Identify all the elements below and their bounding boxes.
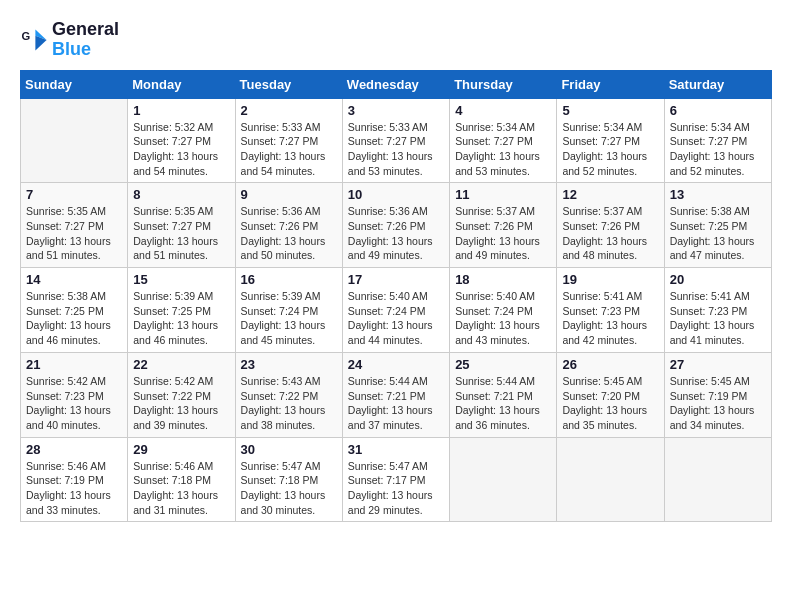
day-cell: 2Sunrise: 5:33 AMSunset: 7:27 PMDaylight… xyxy=(235,98,342,183)
day-info: Sunrise: 5:42 AMSunset: 7:23 PMDaylight:… xyxy=(26,374,122,433)
day-info: Sunrise: 5:35 AMSunset: 7:27 PMDaylight:… xyxy=(133,204,229,263)
day-cell xyxy=(664,437,771,522)
day-info: Sunrise: 5:40 AMSunset: 7:24 PMDaylight:… xyxy=(455,289,551,348)
day-number: 26 xyxy=(562,357,658,372)
day-cell: 18Sunrise: 5:40 AMSunset: 7:24 PMDayligh… xyxy=(450,268,557,353)
day-cell: 27Sunrise: 5:45 AMSunset: 7:19 PMDayligh… xyxy=(664,352,771,437)
day-number: 27 xyxy=(670,357,766,372)
week-row-3: 14Sunrise: 5:38 AMSunset: 7:25 PMDayligh… xyxy=(21,268,772,353)
day-info: Sunrise: 5:43 AMSunset: 7:22 PMDaylight:… xyxy=(241,374,337,433)
day-cell: 29Sunrise: 5:46 AMSunset: 7:18 PMDayligh… xyxy=(128,437,235,522)
day-info: Sunrise: 5:36 AMSunset: 7:26 PMDaylight:… xyxy=(241,204,337,263)
header-cell-friday: Friday xyxy=(557,70,664,98)
day-cell: 12Sunrise: 5:37 AMSunset: 7:26 PMDayligh… xyxy=(557,183,664,268)
page-header: G General Blue xyxy=(20,20,772,60)
day-cell: 21Sunrise: 5:42 AMSunset: 7:23 PMDayligh… xyxy=(21,352,128,437)
day-number: 2 xyxy=(241,103,337,118)
day-number: 1 xyxy=(133,103,229,118)
day-cell: 1Sunrise: 5:32 AMSunset: 7:27 PMDaylight… xyxy=(128,98,235,183)
day-info: Sunrise: 5:44 AMSunset: 7:21 PMDaylight:… xyxy=(455,374,551,433)
day-number: 10 xyxy=(348,187,444,202)
day-number: 11 xyxy=(455,187,551,202)
day-number: 28 xyxy=(26,442,122,457)
day-cell: 31Sunrise: 5:47 AMSunset: 7:17 PMDayligh… xyxy=(342,437,449,522)
logo-text: General Blue xyxy=(52,20,119,60)
day-cell xyxy=(21,98,128,183)
day-info: Sunrise: 5:45 AMSunset: 7:19 PMDaylight:… xyxy=(670,374,766,433)
day-number: 17 xyxy=(348,272,444,287)
day-number: 23 xyxy=(241,357,337,372)
day-number: 7 xyxy=(26,187,122,202)
day-cell: 3Sunrise: 5:33 AMSunset: 7:27 PMDaylight… xyxy=(342,98,449,183)
day-number: 30 xyxy=(241,442,337,457)
day-info: Sunrise: 5:42 AMSunset: 7:22 PMDaylight:… xyxy=(133,374,229,433)
day-info: Sunrise: 5:34 AMSunset: 7:27 PMDaylight:… xyxy=(455,120,551,179)
day-info: Sunrise: 5:35 AMSunset: 7:27 PMDaylight:… xyxy=(26,204,122,263)
day-cell: 22Sunrise: 5:42 AMSunset: 7:22 PMDayligh… xyxy=(128,352,235,437)
day-info: Sunrise: 5:40 AMSunset: 7:24 PMDaylight:… xyxy=(348,289,444,348)
day-cell: 19Sunrise: 5:41 AMSunset: 7:23 PMDayligh… xyxy=(557,268,664,353)
day-info: Sunrise: 5:39 AMSunset: 7:24 PMDaylight:… xyxy=(241,289,337,348)
day-cell xyxy=(450,437,557,522)
day-cell xyxy=(557,437,664,522)
day-cell: 20Sunrise: 5:41 AMSunset: 7:23 PMDayligh… xyxy=(664,268,771,353)
day-info: Sunrise: 5:34 AMSunset: 7:27 PMDaylight:… xyxy=(670,120,766,179)
day-cell: 4Sunrise: 5:34 AMSunset: 7:27 PMDaylight… xyxy=(450,98,557,183)
day-cell: 11Sunrise: 5:37 AMSunset: 7:26 PMDayligh… xyxy=(450,183,557,268)
day-info: Sunrise: 5:32 AMSunset: 7:27 PMDaylight:… xyxy=(133,120,229,179)
day-cell: 10Sunrise: 5:36 AMSunset: 7:26 PMDayligh… xyxy=(342,183,449,268)
header-row: SundayMondayTuesdayWednesdayThursdayFrid… xyxy=(21,70,772,98)
day-cell: 8Sunrise: 5:35 AMSunset: 7:27 PMDaylight… xyxy=(128,183,235,268)
week-row-2: 7Sunrise: 5:35 AMSunset: 7:27 PMDaylight… xyxy=(21,183,772,268)
day-number: 3 xyxy=(348,103,444,118)
header-cell-sunday: Sunday xyxy=(21,70,128,98)
day-info: Sunrise: 5:46 AMSunset: 7:19 PMDaylight:… xyxy=(26,459,122,518)
day-info: Sunrise: 5:47 AMSunset: 7:17 PMDaylight:… xyxy=(348,459,444,518)
day-number: 5 xyxy=(562,103,658,118)
day-info: Sunrise: 5:33 AMSunset: 7:27 PMDaylight:… xyxy=(241,120,337,179)
week-row-5: 28Sunrise: 5:46 AMSunset: 7:19 PMDayligh… xyxy=(21,437,772,522)
day-number: 21 xyxy=(26,357,122,372)
header-cell-thursday: Thursday xyxy=(450,70,557,98)
day-cell: 17Sunrise: 5:40 AMSunset: 7:24 PMDayligh… xyxy=(342,268,449,353)
logo-icon: G xyxy=(20,26,48,54)
day-info: Sunrise: 5:37 AMSunset: 7:26 PMDaylight:… xyxy=(562,204,658,263)
day-cell: 6Sunrise: 5:34 AMSunset: 7:27 PMDaylight… xyxy=(664,98,771,183)
day-number: 4 xyxy=(455,103,551,118)
day-info: Sunrise: 5:41 AMSunset: 7:23 PMDaylight:… xyxy=(670,289,766,348)
day-info: Sunrise: 5:38 AMSunset: 7:25 PMDaylight:… xyxy=(670,204,766,263)
day-cell: 9Sunrise: 5:36 AMSunset: 7:26 PMDaylight… xyxy=(235,183,342,268)
svg-marker-2 xyxy=(35,36,46,51)
day-number: 6 xyxy=(670,103,766,118)
day-info: Sunrise: 5:38 AMSunset: 7:25 PMDaylight:… xyxy=(26,289,122,348)
day-cell: 15Sunrise: 5:39 AMSunset: 7:25 PMDayligh… xyxy=(128,268,235,353)
day-cell: 28Sunrise: 5:46 AMSunset: 7:19 PMDayligh… xyxy=(21,437,128,522)
day-cell: 30Sunrise: 5:47 AMSunset: 7:18 PMDayligh… xyxy=(235,437,342,522)
day-cell: 16Sunrise: 5:39 AMSunset: 7:24 PMDayligh… xyxy=(235,268,342,353)
day-info: Sunrise: 5:41 AMSunset: 7:23 PMDaylight:… xyxy=(562,289,658,348)
header-cell-tuesday: Tuesday xyxy=(235,70,342,98)
day-info: Sunrise: 5:45 AMSunset: 7:20 PMDaylight:… xyxy=(562,374,658,433)
day-info: Sunrise: 5:47 AMSunset: 7:18 PMDaylight:… xyxy=(241,459,337,518)
day-number: 9 xyxy=(241,187,337,202)
header-cell-monday: Monday xyxy=(128,70,235,98)
day-number: 24 xyxy=(348,357,444,372)
day-cell: 26Sunrise: 5:45 AMSunset: 7:20 PMDayligh… xyxy=(557,352,664,437)
day-cell: 5Sunrise: 5:34 AMSunset: 7:27 PMDaylight… xyxy=(557,98,664,183)
day-number: 25 xyxy=(455,357,551,372)
day-number: 14 xyxy=(26,272,122,287)
day-number: 31 xyxy=(348,442,444,457)
day-number: 20 xyxy=(670,272,766,287)
day-cell: 25Sunrise: 5:44 AMSunset: 7:21 PMDayligh… xyxy=(450,352,557,437)
day-cell: 23Sunrise: 5:43 AMSunset: 7:22 PMDayligh… xyxy=(235,352,342,437)
day-info: Sunrise: 5:46 AMSunset: 7:18 PMDaylight:… xyxy=(133,459,229,518)
day-number: 16 xyxy=(241,272,337,287)
calendar-header: SundayMondayTuesdayWednesdayThursdayFrid… xyxy=(21,70,772,98)
logo: G General Blue xyxy=(20,20,119,60)
day-info: Sunrise: 5:37 AMSunset: 7:26 PMDaylight:… xyxy=(455,204,551,263)
day-info: Sunrise: 5:44 AMSunset: 7:21 PMDaylight:… xyxy=(348,374,444,433)
header-cell-saturday: Saturday xyxy=(664,70,771,98)
day-cell: 14Sunrise: 5:38 AMSunset: 7:25 PMDayligh… xyxy=(21,268,128,353)
day-number: 8 xyxy=(133,187,229,202)
day-info: Sunrise: 5:39 AMSunset: 7:25 PMDaylight:… xyxy=(133,289,229,348)
